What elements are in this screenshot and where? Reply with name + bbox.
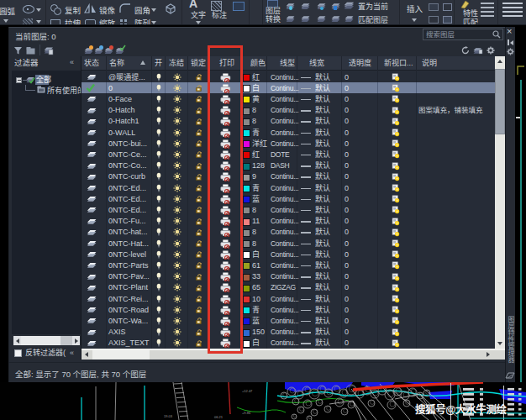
svg-text:06.21: 06.21 [214, 415, 224, 419]
svg-text:+12.47: +12.47 [242, 389, 253, 393]
svg-text:19.03: 19.03 [164, 414, 173, 418]
